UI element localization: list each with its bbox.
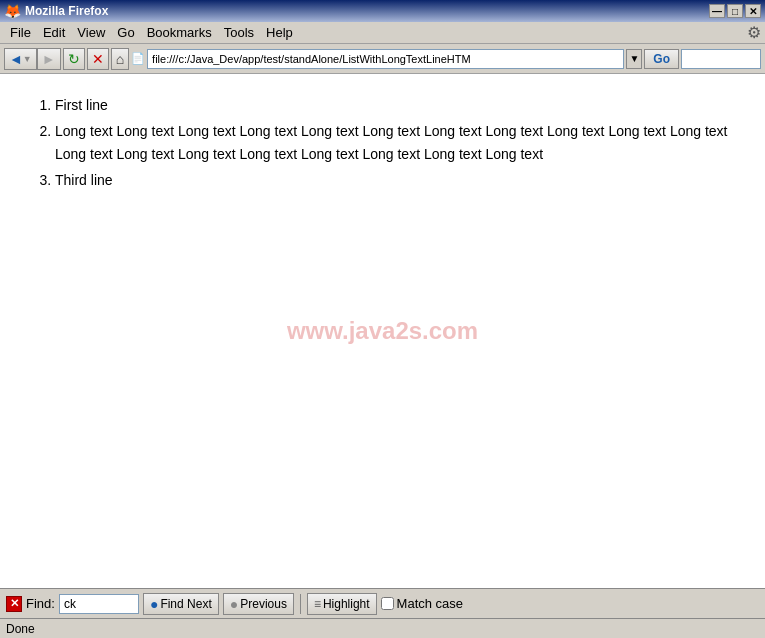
firefox-icon: 🦊 <box>4 3 21 19</box>
back-arrow-icon: ◄ <box>9 51 23 67</box>
highlight-label: Highlight <box>323 597 370 611</box>
maximize-button[interactable]: □ <box>727 4 743 18</box>
go-button[interactable]: Go <box>644 49 679 69</box>
search-input[interactable] <box>681 49 761 69</box>
match-case-text: Match case <box>397 596 463 611</box>
match-case-label[interactable]: Match case <box>381 596 463 611</box>
content-list: First line Long text Long text Long text… <box>55 94 750 192</box>
find-prev-circle-icon: ● <box>230 596 238 612</box>
menu-go[interactable]: Go <box>111 23 140 42</box>
find-previous-button[interactable]: ● Previous <box>223 593 294 615</box>
refresh-icon: ↻ <box>68 51 80 67</box>
back-dropdown-icon[interactable]: ▼ <box>23 54 32 64</box>
find-bar: ✕ Find: ● Find Next ● Previous ≡ Highlig… <box>0 588 765 618</box>
window-title: Mozilla Firefox <box>25 4 108 18</box>
status-bar: Done <box>0 618 765 638</box>
menu-tools[interactable]: Tools <box>218 23 260 42</box>
content-area: First line Long text Long text Long text… <box>0 74 765 588</box>
menu-view[interactable]: View <box>71 23 111 42</box>
list-item: Third line <box>55 169 750 191</box>
address-dropdown[interactable]: ▼ <box>626 49 642 69</box>
watermark: www.java2s.com <box>287 317 478 345</box>
stop-icon: ✕ <box>92 51 104 67</box>
separator <box>300 594 301 614</box>
find-next-button[interactable]: ● Find Next <box>143 593 219 615</box>
list-item: First line <box>55 94 750 116</box>
menu-edit[interactable]: Edit <box>37 23 71 42</box>
highlight-icon: ≡ <box>314 597 321 611</box>
highlight-button[interactable]: ≡ Highlight <box>307 593 377 615</box>
close-button[interactable]: ✕ <box>745 4 761 18</box>
forward-button[interactable]: ► <box>37 48 61 70</box>
menu-help[interactable]: Help <box>260 23 299 42</box>
status-text: Done <box>6 622 35 636</box>
menu-bar: File Edit View Go Bookmarks Tools Help ⚙ <box>0 22 765 44</box>
title-bar: 🦊 Mozilla Firefox — □ ✕ <box>0 0 765 22</box>
find-next-label: Find Next <box>160 597 211 611</box>
home-button[interactable]: ⌂ <box>111 48 129 70</box>
refresh-button[interactable]: ↻ <box>63 48 85 70</box>
minimize-button[interactable]: — <box>709 4 725 18</box>
address-bar-container: 📄 ▼ Go <box>131 49 679 69</box>
home-icon: ⌂ <box>116 51 124 67</box>
address-input[interactable] <box>147 49 624 69</box>
stop-button[interactable]: ✕ <box>87 48 109 70</box>
find-input[interactable] <box>59 594 139 614</box>
match-case-checkbox[interactable] <box>381 597 394 610</box>
navigation-toolbar: ◄ ▼ ► ↻ ✕ ⌂ 📄 ▼ Go <box>0 44 765 74</box>
find-label: Find: <box>26 596 55 611</box>
menu-bookmarks[interactable]: Bookmarks <box>141 23 218 42</box>
back-button[interactable]: ◄ ▼ <box>4 48 37 70</box>
find-close-button[interactable]: ✕ <box>6 596 22 612</box>
menu-file[interactable]: File <box>4 23 37 42</box>
find-previous-label: Previous <box>240 597 287 611</box>
page-icon: 📄 <box>131 52 145 65</box>
forward-arrow-icon: ► <box>42 51 56 67</box>
find-next-circle-icon: ● <box>150 596 158 612</box>
list-item: Long text Long text Long text Long text … <box>55 120 750 165</box>
gear-icon[interactable]: ⚙ <box>747 23 761 42</box>
